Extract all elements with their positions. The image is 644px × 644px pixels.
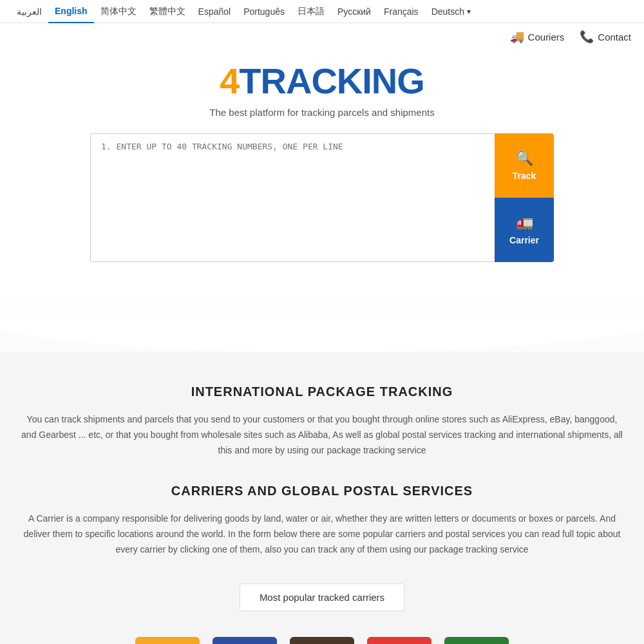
carriers-text: A Carrier is a company responsible for d… [19, 511, 625, 557]
wave-decoration [0, 314, 644, 352]
top-navigation: 🚚 Couriers 📞 Contact [0, 23, 644, 50]
carrier-icon: 🚛 [516, 214, 533, 231]
popular-carriers-button[interactable]: Most popular tracked carriers [240, 583, 404, 611]
carrier-chip-1[interactable] [213, 637, 277, 644]
contact-icon: 📞 [580, 30, 594, 44]
logo-tracking: TRACKING [239, 61, 424, 101]
tracking-form: 🔍 Track 🚛 Carrier [90, 133, 554, 262]
track-icon: 🔍 [516, 150, 533, 167]
international-text: You can track shipments and parcels that… [19, 412, 625, 458]
lang-zh-cn[interactable]: 简体中文 [94, 0, 143, 23]
track-button[interactable]: 🔍 Track [495, 133, 554, 198]
carriers-title: CARRIERS AND GLOBAL POSTAL SERVICES [19, 484, 625, 498]
logo: 4TRACKING [13, 63, 631, 99]
wave-section: INTERNATIONAL PACKAGE TRACKING You can t… [0, 288, 644, 644]
carriers-section: CARRIERS AND GLOBAL POSTAL SERVICES A Ca… [19, 484, 625, 557]
international-section: INTERNATIONAL PACKAGE TRACKING You can t… [19, 384, 625, 458]
lang-fr[interactable]: Français [377, 0, 425, 23]
logo-text: 4TRACKING [220, 61, 424, 101]
language-bar: العربية English 简体中文 繁體中文 Español Portug… [0, 0, 644, 23]
carrier-chip-3[interactable] [367, 637, 431, 644]
carrier-chip-0[interactable] [135, 637, 200, 644]
tracking-input[interactable] [90, 133, 495, 262]
tagline: The best platform for tracking parcels a… [13, 107, 631, 118]
logo-4: 4 [220, 61, 239, 101]
lang-ja[interactable]: 日本語 [291, 0, 331, 23]
contact-link[interactable]: 📞 Contact [580, 30, 631, 44]
track-label: Track [513, 171, 536, 181]
couriers-link[interactable]: 🚚 Couriers [510, 30, 565, 44]
lang-es[interactable]: Español [192, 0, 238, 23]
lang-de[interactable]: Deutsch [425, 0, 477, 23]
action-buttons: 🔍 Track 🚛 Carrier [495, 133, 554, 262]
lang-en[interactable]: English [48, 0, 94, 23]
lang-ar[interactable]: العربية [10, 0, 48, 23]
carrier-label: Carrier [509, 235, 539, 245]
couriers-icon: 🚚 [510, 30, 524, 44]
carrier-chip-2[interactable] [290, 637, 354, 644]
carrier-button[interactable]: 🚛 Carrier [495, 198, 554, 262]
carrier-chip-4[interactable] [444, 637, 509, 644]
contact-label: Contact [598, 32, 631, 43]
info-section: INTERNATIONAL PACKAGE TRACKING You can t… [0, 352, 644, 644]
lang-ru[interactable]: Русский [331, 0, 377, 23]
international-title: INTERNATIONAL PACKAGE TRACKING [19, 384, 625, 399]
lang-pt[interactable]: Português [237, 0, 291, 23]
hero-section: 4TRACKING The best platform for tracking… [0, 50, 644, 288]
carrier-icons-row [19, 637, 625, 644]
lang-zh-tw[interactable]: 繁體中文 [143, 0, 192, 23]
couriers-label: Couriers [528, 32, 565, 43]
